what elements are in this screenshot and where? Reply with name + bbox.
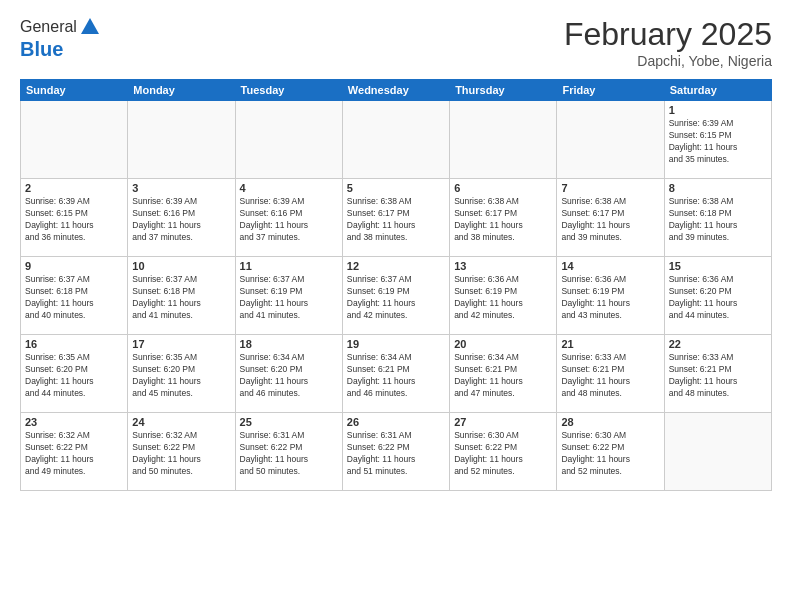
week-row-1: 2Sunrise: 6:39 AM Sunset: 6:15 PM Daylig… xyxy=(21,179,772,257)
month-title: February 2025 xyxy=(564,16,772,53)
cell-w4-d6 xyxy=(664,413,771,491)
logo-general-text: General xyxy=(20,18,77,36)
cell-w0-d4 xyxy=(450,101,557,179)
day-info-27: Sunrise: 6:30 AM Sunset: 6:22 PM Dayligh… xyxy=(454,430,552,478)
day-number-5: 5 xyxy=(347,182,445,194)
cell-w1-d6: 8Sunrise: 6:38 AM Sunset: 6:18 PM Daylig… xyxy=(664,179,771,257)
day-info-2: Sunrise: 6:39 AM Sunset: 6:15 PM Dayligh… xyxy=(25,196,123,244)
day-info-1: Sunrise: 6:39 AM Sunset: 6:15 PM Dayligh… xyxy=(669,118,767,166)
day-number-19: 19 xyxy=(347,338,445,350)
calendar-header-row: Sunday Monday Tuesday Wednesday Thursday… xyxy=(21,80,772,101)
day-info-14: Sunrise: 6:36 AM Sunset: 6:19 PM Dayligh… xyxy=(561,274,659,322)
day-number-28: 28 xyxy=(561,416,659,428)
cell-w4-d0: 23Sunrise: 6:32 AM Sunset: 6:22 PM Dayli… xyxy=(21,413,128,491)
day-info-18: Sunrise: 6:34 AM Sunset: 6:20 PM Dayligh… xyxy=(240,352,338,400)
svg-marker-0 xyxy=(81,18,99,34)
header-wednesday: Wednesday xyxy=(342,80,449,101)
cell-w0-d1 xyxy=(128,101,235,179)
day-info-23: Sunrise: 6:32 AM Sunset: 6:22 PM Dayligh… xyxy=(25,430,123,478)
day-info-28: Sunrise: 6:30 AM Sunset: 6:22 PM Dayligh… xyxy=(561,430,659,478)
cell-w0-d5 xyxy=(557,101,664,179)
day-number-21: 21 xyxy=(561,338,659,350)
cell-w2-d6: 15Sunrise: 6:36 AM Sunset: 6:20 PM Dayli… xyxy=(664,257,771,335)
day-number-7: 7 xyxy=(561,182,659,194)
day-info-19: Sunrise: 6:34 AM Sunset: 6:21 PM Dayligh… xyxy=(347,352,445,400)
day-number-15: 15 xyxy=(669,260,767,272)
page: General Blue February 2025 Dapchi, Yobe,… xyxy=(0,0,792,612)
cell-w2-d3: 12Sunrise: 6:37 AM Sunset: 6:19 PM Dayli… xyxy=(342,257,449,335)
cell-w3-d4: 20Sunrise: 6:34 AM Sunset: 6:21 PM Dayli… xyxy=(450,335,557,413)
cell-w4-d4: 27Sunrise: 6:30 AM Sunset: 6:22 PM Dayli… xyxy=(450,413,557,491)
day-number-4: 4 xyxy=(240,182,338,194)
day-number-27: 27 xyxy=(454,416,552,428)
day-number-17: 17 xyxy=(132,338,230,350)
cell-w1-d5: 7Sunrise: 6:38 AM Sunset: 6:17 PM Daylig… xyxy=(557,179,664,257)
day-info-11: Sunrise: 6:37 AM Sunset: 6:19 PM Dayligh… xyxy=(240,274,338,322)
calendar: Sunday Monday Tuesday Wednesday Thursday… xyxy=(20,79,772,491)
logo-blue-text: Blue xyxy=(20,38,63,60)
cell-w2-d4: 13Sunrise: 6:36 AM Sunset: 6:19 PM Dayli… xyxy=(450,257,557,335)
day-number-3: 3 xyxy=(132,182,230,194)
cell-w1-d0: 2Sunrise: 6:39 AM Sunset: 6:15 PM Daylig… xyxy=(21,179,128,257)
header-thursday: Thursday xyxy=(450,80,557,101)
day-info-9: Sunrise: 6:37 AM Sunset: 6:18 PM Dayligh… xyxy=(25,274,123,322)
day-info-10: Sunrise: 6:37 AM Sunset: 6:18 PM Dayligh… xyxy=(132,274,230,322)
day-number-2: 2 xyxy=(25,182,123,194)
cell-w2-d0: 9Sunrise: 6:37 AM Sunset: 6:18 PM Daylig… xyxy=(21,257,128,335)
day-info-16: Sunrise: 6:35 AM Sunset: 6:20 PM Dayligh… xyxy=(25,352,123,400)
day-info-7: Sunrise: 6:38 AM Sunset: 6:17 PM Dayligh… xyxy=(561,196,659,244)
day-info-17: Sunrise: 6:35 AM Sunset: 6:20 PM Dayligh… xyxy=(132,352,230,400)
cell-w0-d0 xyxy=(21,101,128,179)
cell-w3-d1: 17Sunrise: 6:35 AM Sunset: 6:20 PM Dayli… xyxy=(128,335,235,413)
week-row-3: 16Sunrise: 6:35 AM Sunset: 6:20 PM Dayli… xyxy=(21,335,772,413)
cell-w0-d3 xyxy=(342,101,449,179)
title-block: February 2025 Dapchi, Yobe, Nigeria xyxy=(564,16,772,69)
location: Dapchi, Yobe, Nigeria xyxy=(564,53,772,69)
day-number-23: 23 xyxy=(25,416,123,428)
day-number-25: 25 xyxy=(240,416,338,428)
cell-w4-d5: 28Sunrise: 6:30 AM Sunset: 6:22 PM Dayli… xyxy=(557,413,664,491)
day-number-22: 22 xyxy=(669,338,767,350)
day-number-12: 12 xyxy=(347,260,445,272)
cell-w0-d6: 1Sunrise: 6:39 AM Sunset: 6:15 PM Daylig… xyxy=(664,101,771,179)
cell-w4-d3: 26Sunrise: 6:31 AM Sunset: 6:22 PM Dayli… xyxy=(342,413,449,491)
cell-w0-d2 xyxy=(235,101,342,179)
day-info-5: Sunrise: 6:38 AM Sunset: 6:17 PM Dayligh… xyxy=(347,196,445,244)
header-monday: Monday xyxy=(128,80,235,101)
day-info-20: Sunrise: 6:34 AM Sunset: 6:21 PM Dayligh… xyxy=(454,352,552,400)
logo: General Blue xyxy=(20,16,101,61)
cell-w3-d6: 22Sunrise: 6:33 AM Sunset: 6:21 PM Dayli… xyxy=(664,335,771,413)
cell-w1-d2: 4Sunrise: 6:39 AM Sunset: 6:16 PM Daylig… xyxy=(235,179,342,257)
header-friday: Friday xyxy=(557,80,664,101)
day-number-16: 16 xyxy=(25,338,123,350)
day-info-25: Sunrise: 6:31 AM Sunset: 6:22 PM Dayligh… xyxy=(240,430,338,478)
day-info-21: Sunrise: 6:33 AM Sunset: 6:21 PM Dayligh… xyxy=(561,352,659,400)
logo-icon xyxy=(79,16,101,38)
cell-w2-d1: 10Sunrise: 6:37 AM Sunset: 6:18 PM Dayli… xyxy=(128,257,235,335)
day-number-24: 24 xyxy=(132,416,230,428)
day-number-13: 13 xyxy=(454,260,552,272)
day-number-10: 10 xyxy=(132,260,230,272)
day-info-13: Sunrise: 6:36 AM Sunset: 6:19 PM Dayligh… xyxy=(454,274,552,322)
header-tuesday: Tuesday xyxy=(235,80,342,101)
day-number-8: 8 xyxy=(669,182,767,194)
day-number-1: 1 xyxy=(669,104,767,116)
day-number-6: 6 xyxy=(454,182,552,194)
cell-w4-d2: 25Sunrise: 6:31 AM Sunset: 6:22 PM Dayli… xyxy=(235,413,342,491)
week-row-0: 1Sunrise: 6:39 AM Sunset: 6:15 PM Daylig… xyxy=(21,101,772,179)
header: General Blue February 2025 Dapchi, Yobe,… xyxy=(20,16,772,69)
day-number-11: 11 xyxy=(240,260,338,272)
cell-w3-d3: 19Sunrise: 6:34 AM Sunset: 6:21 PM Dayli… xyxy=(342,335,449,413)
day-info-3: Sunrise: 6:39 AM Sunset: 6:16 PM Dayligh… xyxy=(132,196,230,244)
day-info-4: Sunrise: 6:39 AM Sunset: 6:16 PM Dayligh… xyxy=(240,196,338,244)
header-saturday: Saturday xyxy=(664,80,771,101)
day-number-9: 9 xyxy=(25,260,123,272)
cell-w1-d1: 3Sunrise: 6:39 AM Sunset: 6:16 PM Daylig… xyxy=(128,179,235,257)
day-info-22: Sunrise: 6:33 AM Sunset: 6:21 PM Dayligh… xyxy=(669,352,767,400)
cell-w2-d5: 14Sunrise: 6:36 AM Sunset: 6:19 PM Dayli… xyxy=(557,257,664,335)
day-info-8: Sunrise: 6:38 AM Sunset: 6:18 PM Dayligh… xyxy=(669,196,767,244)
cell-w2-d2: 11Sunrise: 6:37 AM Sunset: 6:19 PM Dayli… xyxy=(235,257,342,335)
cell-w3-d0: 16Sunrise: 6:35 AM Sunset: 6:20 PM Dayli… xyxy=(21,335,128,413)
day-info-26: Sunrise: 6:31 AM Sunset: 6:22 PM Dayligh… xyxy=(347,430,445,478)
day-number-14: 14 xyxy=(561,260,659,272)
